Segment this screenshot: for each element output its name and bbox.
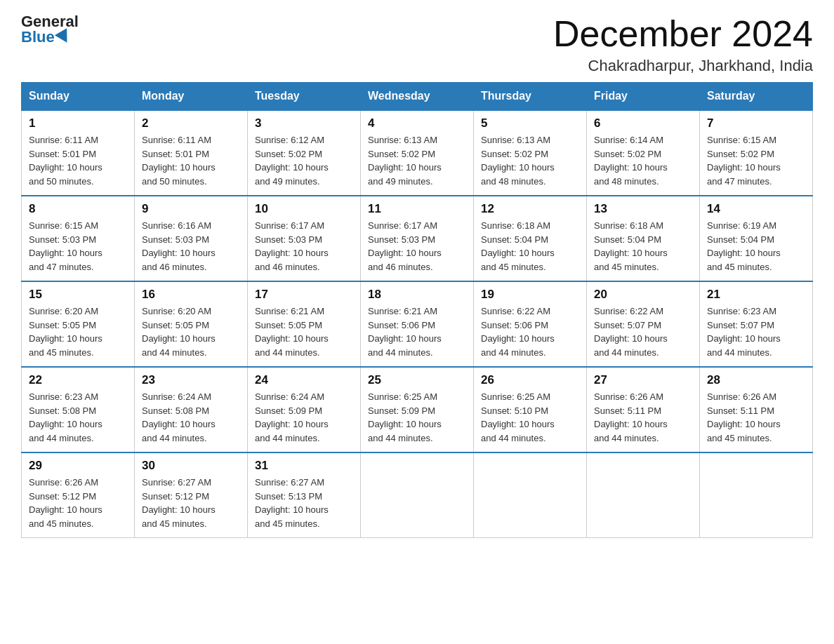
day-number: 24: [255, 373, 353, 387]
title-block: December 2024 Chakradharpur, Jharkhand, …: [553, 14, 813, 75]
day-info: Sunrise: 6:23 AMSunset: 5:07 PMDaylight:…: [707, 306, 781, 358]
day-number: 19: [481, 288, 579, 302]
calendar-cell: 4 Sunrise: 6:13 AMSunset: 5:02 PMDayligh…: [361, 110, 474, 196]
day-number: 3: [255, 116, 353, 130]
day-number: 6: [594, 116, 692, 130]
day-info: Sunrise: 6:11 AMSunset: 5:01 PMDaylight:…: [142, 135, 216, 187]
day-info: Sunrise: 6:16 AMSunset: 5:03 PMDaylight:…: [142, 220, 216, 272]
day-number: 7: [707, 116, 805, 130]
day-info: Sunrise: 6:23 AMSunset: 5:08 PMDaylight:…: [29, 391, 102, 443]
day-info: Sunrise: 6:17 AMSunset: 5:03 PMDaylight:…: [368, 220, 442, 272]
day-number: 30: [142, 459, 240, 473]
day-number: 20: [594, 288, 692, 302]
day-info: Sunrise: 6:18 AMSunset: 5:04 PMDaylight:…: [594, 220, 668, 272]
calendar-cell: 15 Sunrise: 6:20 AMSunset: 5:05 PMDaylig…: [22, 281, 135, 367]
calendar-cell: 13 Sunrise: 6:18 AMSunset: 5:04 PMDaylig…: [587, 196, 700, 281]
calendar-cell: 26 Sunrise: 6:25 AMSunset: 5:10 PMDaylig…: [474, 367, 587, 452]
day-info: Sunrise: 6:26 AMSunset: 5:11 PMDaylight:…: [594, 391, 668, 443]
day-number: 16: [142, 288, 240, 302]
day-number: 25: [368, 373, 466, 387]
calendar-cell: 11 Sunrise: 6:17 AMSunset: 5:03 PMDaylig…: [361, 196, 474, 281]
day-info: Sunrise: 6:12 AMSunset: 5:02 PMDaylight:…: [255, 135, 329, 187]
calendar-cell: 28 Sunrise: 6:26 AMSunset: 5:11 PMDaylig…: [700, 367, 813, 452]
day-number: 13: [594, 202, 692, 216]
day-number: 9: [142, 202, 240, 216]
calendar-cell: 10 Sunrise: 6:17 AMSunset: 5:03 PMDaylig…: [248, 196, 361, 281]
day-info: Sunrise: 6:15 AMSunset: 5:03 PMDaylight:…: [29, 220, 102, 272]
day-info: Sunrise: 6:13 AMSunset: 5:02 PMDaylight:…: [368, 135, 442, 187]
calendar-cell: 30 Sunrise: 6:27 AMSunset: 5:12 PMDaylig…: [135, 452, 248, 538]
day-number: 21: [707, 288, 805, 302]
header-thursday: Thursday: [474, 83, 587, 111]
day-info: Sunrise: 6:22 AMSunset: 5:06 PMDaylight:…: [481, 306, 555, 358]
header-sunday: Sunday: [22, 83, 135, 111]
calendar-cell: [587, 452, 700, 538]
day-number: 22: [29, 373, 127, 387]
day-info: Sunrise: 6:11 AMSunset: 5:01 PMDaylight:…: [29, 135, 102, 187]
calendar-cell: 1 Sunrise: 6:11 AMSunset: 5:01 PMDayligh…: [22, 110, 135, 196]
header-friday: Friday: [587, 83, 700, 111]
calendar-cell: 18 Sunrise: 6:21 AMSunset: 5:06 PMDaylig…: [361, 281, 474, 367]
header-wednesday: Wednesday: [361, 83, 474, 111]
header-tuesday: Tuesday: [248, 83, 361, 111]
day-number: 1: [29, 116, 127, 130]
calendar-cell: 17 Sunrise: 6:21 AMSunset: 5:05 PMDaylig…: [248, 281, 361, 367]
day-number: 11: [368, 202, 466, 216]
calendar-header-row: SundayMondayTuesdayWednesdayThursdayFrid…: [22, 83, 813, 111]
calendar-week-4: 22 Sunrise: 6:23 AMSunset: 5:08 PMDaylig…: [22, 367, 813, 452]
day-info: Sunrise: 6:15 AMSunset: 5:02 PMDaylight:…: [707, 135, 781, 187]
day-number: 18: [368, 288, 466, 302]
calendar-cell: 14 Sunrise: 6:19 AMSunset: 5:04 PMDaylig…: [700, 196, 813, 281]
calendar-cell: 7 Sunrise: 6:15 AMSunset: 5:02 PMDayligh…: [700, 110, 813, 196]
day-info: Sunrise: 6:26 AMSunset: 5:12 PMDaylight:…: [29, 477, 102, 529]
day-info: Sunrise: 6:24 AMSunset: 5:09 PMDaylight:…: [255, 391, 329, 443]
calendar-cell: 31 Sunrise: 6:27 AMSunset: 5:13 PMDaylig…: [248, 452, 361, 538]
day-info: Sunrise: 6:25 AMSunset: 5:09 PMDaylight:…: [368, 391, 442, 443]
calendar-cell: 16 Sunrise: 6:20 AMSunset: 5:05 PMDaylig…: [135, 281, 248, 367]
calendar-cell: 2 Sunrise: 6:11 AMSunset: 5:01 PMDayligh…: [135, 110, 248, 196]
calendar-week-2: 8 Sunrise: 6:15 AMSunset: 5:03 PMDayligh…: [22, 196, 813, 281]
calendar-cell: 9 Sunrise: 6:16 AMSunset: 5:03 PMDayligh…: [135, 196, 248, 281]
calendar-title: December 2024: [553, 14, 813, 54]
day-number: 15: [29, 288, 127, 302]
calendar-cell: 6 Sunrise: 6:14 AMSunset: 5:02 PMDayligh…: [587, 110, 700, 196]
day-number: 14: [707, 202, 805, 216]
day-number: 5: [481, 116, 579, 130]
calendar-cell: [361, 452, 474, 538]
day-info: Sunrise: 6:24 AMSunset: 5:08 PMDaylight:…: [142, 391, 216, 443]
calendar-week-3: 15 Sunrise: 6:20 AMSunset: 5:05 PMDaylig…: [22, 281, 813, 367]
calendar-cell: 27 Sunrise: 6:26 AMSunset: 5:11 PMDaylig…: [587, 367, 700, 452]
calendar-cell: 20 Sunrise: 6:22 AMSunset: 5:07 PMDaylig…: [587, 281, 700, 367]
day-number: 10: [255, 202, 353, 216]
day-number: 12: [481, 202, 579, 216]
day-info: Sunrise: 6:27 AMSunset: 5:13 PMDaylight:…: [255, 477, 329, 529]
calendar-subtitle: Chakradharpur, Jharkhand, India: [553, 57, 813, 75]
calendar-cell: 23 Sunrise: 6:24 AMSunset: 5:08 PMDaylig…: [135, 367, 248, 452]
calendar-week-5: 29 Sunrise: 6:26 AMSunset: 5:12 PMDaylig…: [22, 452, 813, 538]
day-info: Sunrise: 6:20 AMSunset: 5:05 PMDaylight:…: [142, 306, 216, 358]
calendar-cell: [700, 452, 813, 538]
day-info: Sunrise: 6:20 AMSunset: 5:05 PMDaylight:…: [29, 306, 102, 358]
calendar-cell: 22 Sunrise: 6:23 AMSunset: 5:08 PMDaylig…: [22, 367, 135, 452]
header-saturday: Saturday: [700, 83, 813, 111]
day-info: Sunrise: 6:27 AMSunset: 5:12 PMDaylight:…: [142, 477, 216, 529]
day-number: 4: [368, 116, 466, 130]
day-number: 2: [142, 116, 240, 130]
logo-general-text: General: [21, 14, 79, 29]
logo-blue-text: Blue: [21, 29, 71, 45]
day-info: Sunrise: 6:22 AMSunset: 5:07 PMDaylight:…: [594, 306, 668, 358]
day-number: 28: [707, 373, 805, 387]
calendar-week-1: 1 Sunrise: 6:11 AMSunset: 5:01 PMDayligh…: [22, 110, 813, 196]
calendar-cell: 5 Sunrise: 6:13 AMSunset: 5:02 PMDayligh…: [474, 110, 587, 196]
day-number: 31: [255, 459, 353, 473]
header-monday: Monday: [135, 83, 248, 111]
calendar-cell: 24 Sunrise: 6:24 AMSunset: 5:09 PMDaylig…: [248, 367, 361, 452]
calendar-cell: 25 Sunrise: 6:25 AMSunset: 5:09 PMDaylig…: [361, 367, 474, 452]
day-info: Sunrise: 6:26 AMSunset: 5:11 PMDaylight:…: [707, 391, 781, 443]
logo-triangle-icon: [55, 28, 73, 46]
page-header: General Blue December 2024 Chakradharpur…: [21, 14, 813, 75]
day-info: Sunrise: 6:17 AMSunset: 5:03 PMDaylight:…: [255, 220, 329, 272]
day-info: Sunrise: 6:25 AMSunset: 5:10 PMDaylight:…: [481, 391, 555, 443]
day-number: 17: [255, 288, 353, 302]
calendar-cell: 19 Sunrise: 6:22 AMSunset: 5:06 PMDaylig…: [474, 281, 587, 367]
